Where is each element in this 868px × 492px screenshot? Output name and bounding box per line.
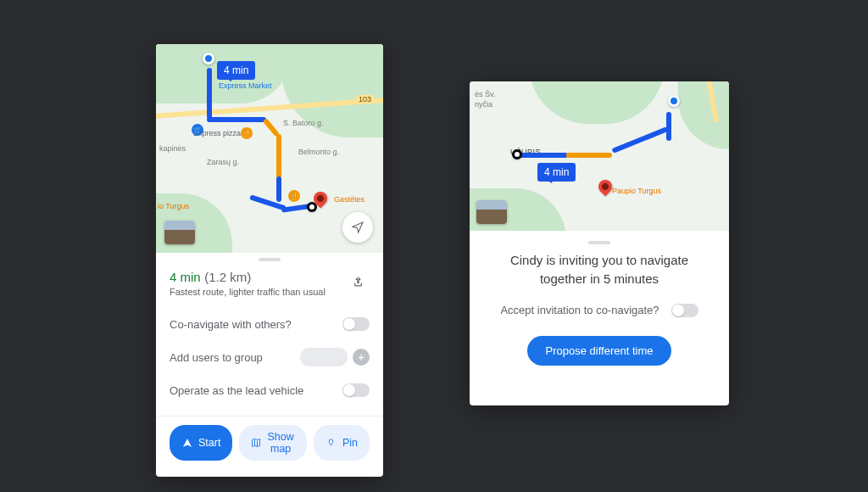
lead-vehicle-toggle[interactable] <box>342 383 370 397</box>
route-origin-marker <box>203 53 214 64</box>
option-co-navigate: Co-navigate with others? <box>170 309 370 339</box>
accept-row: Accept invitation to co-navigate? <box>488 304 710 317</box>
route-options-card: 103 kapinės Express pizza Express Market… <box>156 44 383 477</box>
shop-icon: 🛒 <box>192 124 203 136</box>
restaurant-icon: 🍴 <box>288 190 300 202</box>
button-label: Start <box>198 437 220 449</box>
invite-card: ės Šv. nyčia UŽUPIS Paupio Turgus 4 min … <box>470 81 729 405</box>
accept-label: Accept invitation to co-navigate? <box>500 304 659 316</box>
eta-callout: 4 min <box>537 163 576 182</box>
start-button[interactable]: Start <box>170 425 232 461</box>
drag-handle[interactable] <box>259 258 281 261</box>
pin-button[interactable]: Pin <box>314 425 370 461</box>
map-label: io Turgus <box>158 202 189 210</box>
option-add-users: Add users to group + <box>170 339 370 375</box>
streetview-thumb[interactable] <box>164 221 195 244</box>
eta-callout: 4 min <box>217 61 255 80</box>
option-label: Operate as the lead vehicle <box>170 384 342 397</box>
location-arrow-icon <box>351 221 364 234</box>
invite-message: Cindy is inviting you to navigate togeth… <box>488 251 710 288</box>
co-navigate-toggle[interactable] <box>342 317 370 331</box>
button-label: Show map <box>266 431 295 455</box>
map-view-b[interactable]: ės Šv. nyčia UŽUPIS Paupio Turgus 4 min <box>470 81 729 231</box>
share-icon <box>352 276 364 288</box>
drag-handle[interactable] <box>588 241 610 244</box>
show-map-button[interactable]: Show map <box>239 425 307 461</box>
route-origin-marker <box>668 95 680 107</box>
directions-sheet: 4 min (1.2 km) Fastest route, lighter tr… <box>156 258 383 472</box>
map-view-a[interactable]: 103 kapinės Express pizza Express Market… <box>156 44 383 253</box>
add-user-button[interactable]: + <box>353 349 370 366</box>
route-dest-marker <box>512 149 522 159</box>
option-label: Co-navigate with others? <box>170 318 342 331</box>
map-label: Gastètes <box>334 195 364 204</box>
road-badge: 103 <box>356 95 374 103</box>
button-label: Propose different time <box>546 344 654 357</box>
eta-time: 4 min <box>170 270 201 284</box>
map-label: Paupio Turgus <box>612 187 661 195</box>
map-label: kapinės <box>159 144 186 153</box>
user-chip-input[interactable] <box>300 348 348 366</box>
option-label: Add users to group <box>170 351 300 364</box>
button-label: Pin <box>342 437 358 449</box>
navigate-icon <box>181 437 193 449</box>
option-lead-vehicle: Operate as the lead vehicle <box>170 375 370 405</box>
route-subtext: Fastest route, lighter traffic than usua… <box>170 287 326 297</box>
pin-icon <box>326 437 337 449</box>
restaurant-icon: 🍴 <box>241 127 253 139</box>
share-button[interactable] <box>346 270 370 294</box>
map-label: S. Batoro g. <box>283 119 324 127</box>
route-distance: (1.2 km) <box>204 270 251 284</box>
streetview-thumb[interactable] <box>476 200 507 224</box>
map-icon <box>251 437 261 449</box>
accept-toggle[interactable] <box>671 304 698 317</box>
map-label: Zarasų g. <box>207 158 239 166</box>
recenter-button[interactable] <box>342 212 373 243</box>
map-label: nyčia <box>475 100 492 109</box>
propose-time-button[interactable]: Propose different time <box>527 336 672 366</box>
map-label: Belmonto g. <box>298 148 339 156</box>
map-label: ės Šv. <box>475 90 495 98</box>
